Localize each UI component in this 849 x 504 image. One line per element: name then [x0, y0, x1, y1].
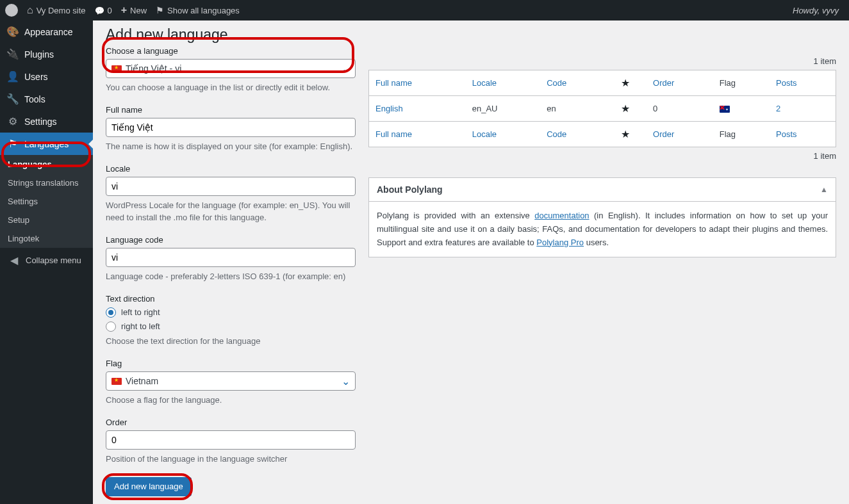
site-name: Vy Demo site [37, 6, 86, 15]
radio-icon [106, 307, 116, 318]
add-language-button[interactable]: Add new language [106, 477, 192, 496]
col-code[interactable]: Code [540, 122, 604, 147]
home-icon [27, 4, 33, 16]
menu-label: Tools [24, 94, 45, 104]
chevron-up-icon: ▲ [820, 185, 828, 194]
australia-flag-icon [720, 106, 730, 113]
radio-ltr[interactable]: left to right [106, 307, 356, 318]
site-link[interactable]: Vy Demo site [27, 4, 86, 16]
comment-icon [95, 6, 104, 15]
chevron-down-icon: ⌄ [342, 375, 350, 387]
col-locale[interactable]: Locale [466, 70, 540, 96]
fullname-label: Full name [106, 105, 356, 115]
col-flag: Flag [713, 70, 770, 96]
code-desc: Language code - preferably 2-letters ISO… [106, 271, 356, 282]
languages-icon: ⚑ [6, 138, 19, 150]
submenu-settings[interactable]: Settings [0, 192, 93, 211]
choose-language-desc: You can choose a language in the list or… [106, 82, 356, 93]
collapse-icon: ◀ [8, 254, 21, 266]
col-posts[interactable]: Posts [770, 70, 836, 96]
about-content: Polylang is provided with an extensive d… [369, 202, 836, 257]
code-label: Language code [106, 235, 356, 245]
menu-languages[interactable]: ⚑Languages [0, 133, 93, 155]
submenu-lingotek[interactable]: Lingotek [0, 229, 93, 248]
vietnam-flag-icon [111, 65, 122, 72]
tools-icon: 🔧 [6, 93, 19, 105]
col-fullname[interactable]: Full name [369, 70, 466, 96]
locale-input[interactable] [106, 177, 356, 196]
table-row: English en_AU en ★ 0 2 [369, 96, 836, 122]
collapse-label: Collapse menu [26, 256, 81, 265]
menu-plugins[interactable]: 🔌Plugins [0, 43, 93, 65]
col-default: ★ [604, 122, 647, 147]
tablenav-bottom: 1 item [368, 147, 836, 165]
field-locale: Locale WordPress Locale for the language… [106, 164, 356, 223]
menu-appearance[interactable]: 🎨Appearance [0, 20, 93, 43]
order-input[interactable] [106, 430, 356, 450]
show-all-languages[interactable]: Show all languages [156, 5, 240, 15]
col-code[interactable]: Code [540, 70, 604, 96]
locale-desc: WordPress Locale for the language (for e… [106, 200, 356, 223]
choose-language-value: Tiếng Việt - vi [126, 63, 181, 74]
menu-tools[interactable]: 🔧Tools [0, 88, 93, 110]
collapse-menu[interactable]: ◀ Collapse menu [0, 248, 93, 273]
field-choose-language: Choose a language Tiếng Việt - vi ⌄ You … [106, 46, 356, 93]
col-default: ★ [604, 70, 647, 96]
direction-label: Text direction [106, 294, 356, 304]
col-posts[interactable]: Posts [770, 122, 836, 147]
cell-posts[interactable]: 2 [770, 96, 836, 122]
choose-language-label: Choose a language [106, 46, 356, 56]
col-locale[interactable]: Locale [466, 122, 540, 147]
rtl-label: right to left [121, 321, 160, 331]
flag-value: Vietnam [126, 376, 158, 386]
radio-rtl[interactable]: right to left [106, 321, 356, 332]
howdy[interactable]: Howdy, vyvy [793, 6, 844, 15]
field-direction: Text direction left to right right to le… [106, 294, 356, 347]
flag-select[interactable]: Vietnam ⌄ [106, 371, 356, 391]
wordpress-icon [5, 4, 18, 17]
menu-label: Languages [24, 139, 69, 149]
submenu-languages[interactable]: Languages [0, 155, 93, 174]
submenu-strings[interactable]: Strings translations [0, 174, 93, 192]
wp-logo[interactable] [5, 4, 18, 17]
add-language-form: Choose a language Tiếng Việt - vi ⌄ You … [106, 46, 356, 496]
menu-settings[interactable]: ⚙Settings [0, 110, 93, 133]
flag-desc: Choose a flag for the language. [106, 394, 356, 406]
flag-icon [156, 5, 164, 15]
about-toggle[interactable]: About Polylang ▲ [369, 178, 836, 202]
code-input[interactable] [106, 248, 356, 267]
cell-fullname[interactable]: English [369, 96, 466, 122]
languages-table: Full name Locale Code ★ Order Flag Posts… [368, 70, 836, 147]
comments-link[interactable]: 0 [95, 6, 112, 15]
field-code: Language code Language code - preferably… [106, 235, 356, 282]
col-fullname[interactable]: Full name [369, 122, 466, 147]
col-order[interactable]: Order [647, 70, 713, 96]
about-text: Polylang is provided with an extensive [377, 211, 534, 220]
documentation-link[interactable]: documentation [534, 211, 589, 220]
submenu-setup[interactable]: Setup [0, 211, 93, 229]
table-footer-row: Full name Locale Code ★ Order Flag Posts [369, 122, 836, 147]
cell-default[interactable]: ★ [604, 96, 647, 122]
field-flag: Flag Vietnam ⌄ Choose a flag for the lan… [106, 359, 356, 406]
languages-submenu: Languages Strings translations Settings … [0, 155, 93, 248]
plus-icon [121, 4, 127, 16]
cell-order: 0 [647, 96, 713, 122]
comments-count: 0 [108, 6, 112, 15]
chevron-down-icon: ⌄ [342, 63, 350, 75]
menu-label: Settings [24, 117, 57, 127]
polylang-pro-link[interactable]: Polylang Pro [536, 238, 584, 247]
direction-desc: Choose the text direction for the langua… [106, 336, 356, 347]
menu-label: Plugins [24, 49, 54, 60]
admin-bar: Vy Demo site 0 New Show all languages Ho… [0, 0, 849, 20]
order-label: Order [106, 418, 356, 427]
admin-menu: 🎨Appearance 🔌Plugins 👤Users 🔧Tools ⚙Sett… [0, 20, 93, 155]
choose-language-select[interactable]: Tiếng Việt - vi ⌄ [106, 59, 356, 78]
users-icon: 👤 [6, 70, 19, 83]
menu-users[interactable]: 👤Users [0, 65, 93, 88]
show-all-label: Show all languages [167, 6, 240, 15]
col-order[interactable]: Order [647, 122, 713, 147]
plugins-icon: 🔌 [6, 48, 19, 60]
new-label: New [130, 6, 147, 15]
fullname-input[interactable] [106, 118, 356, 137]
new-link[interactable]: New [121, 4, 147, 16]
